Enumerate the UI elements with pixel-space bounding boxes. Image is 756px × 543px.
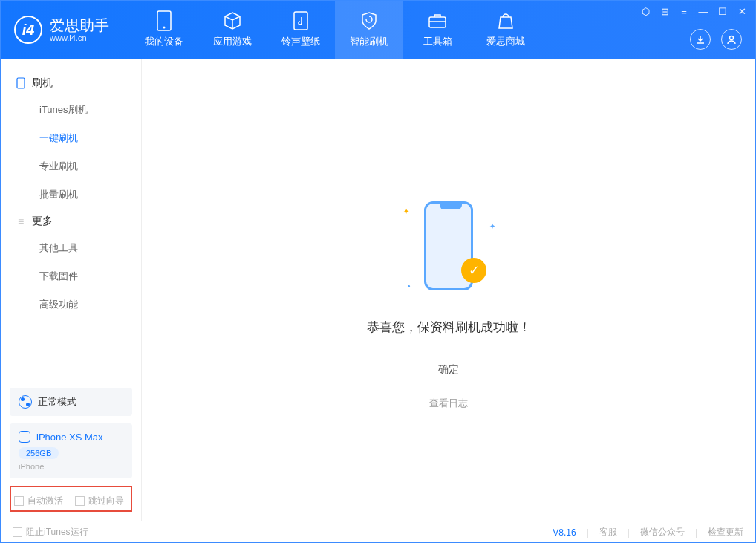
- app-subtitle: www.i4.cn: [50, 33, 109, 42]
- footer-link-support[interactable]: 客服: [599, 526, 617, 539]
- sidebar-section-more: ≡ 更多: [1, 209, 141, 234]
- device-card[interactable]: iPhone XS Max 256GB iPhone: [10, 423, 132, 478]
- checkbox-icon: [13, 527, 22, 537]
- menu-icon[interactable]: ≡: [678, 5, 690, 17]
- logo-icon: i4: [14, 16, 42, 44]
- sidebar: 刷机 iTunes刷机 一键刷机 专业刷机 批量刷机 ≡ 更多 其他工具 下载固…: [1, 59, 142, 521]
- minimize-button[interactable]: —: [697, 5, 709, 17]
- sidebar-item-advanced[interactable]: 高级功能: [1, 290, 141, 319]
- device-type: iPhone: [19, 462, 123, 471]
- footer: 阻止iTunes运行 V8.16 | 客服 | 微信公众号 | 检查更新: [1, 521, 755, 543]
- svg-point-1: [163, 27, 166, 29]
- svg-rect-3: [429, 17, 446, 27]
- main-content: ✦ ✦ • ✓ 恭喜您，保资料刷机成功啦！ 确定 查看日志: [142, 59, 755, 521]
- sidebar-item-itunes-flash[interactable]: iTunes刷机: [1, 96, 141, 124]
- user-button[interactable]: [721, 29, 742, 50]
- app-header: i4 爱思助手 www.i4.cn 我的设备 应用游戏 铃声壁纸 智能刷机 工具…: [1, 1, 755, 59]
- header-right-buttons: [690, 29, 742, 50]
- shirt-icon[interactable]: ⬡: [639, 5, 651, 17]
- sidebar-item-pro-flash[interactable]: 专业刷机: [1, 152, 141, 181]
- highlighted-options: 自动激活 跳过向导: [10, 486, 132, 512]
- nav-label: 爱思商城: [486, 35, 525, 48]
- checkbox-icon: [14, 496, 24, 506]
- lock-icon[interactable]: ⊟: [659, 5, 671, 17]
- device-name: iPhone XS Max: [36, 432, 103, 443]
- checkbox-auto-activate[interactable]: 自动激活: [14, 495, 63, 507]
- nav-my-device[interactable]: 我的设备: [130, 1, 198, 59]
- check-badge-icon: ✓: [461, 258, 486, 283]
- sidebar-item-download-fw[interactable]: 下载固件: [1, 262, 141, 290]
- nav-toolbox[interactable]: 工具箱: [403, 1, 472, 59]
- version-label: V8.16: [553, 527, 576, 538]
- svg-point-4: [730, 36, 734, 40]
- nav-smart-flash[interactable]: 智能刷机: [335, 1, 403, 59]
- sparkle-icon: ✦: [489, 222, 495, 230]
- nav-tabs: 我的设备 应用游戏 铃声壁纸 智能刷机 工具箱 爱思商城: [130, 1, 540, 59]
- nav-ringtones[interactable]: 铃声壁纸: [267, 1, 335, 59]
- footer-link-wechat[interactable]: 微信公众号: [640, 526, 685, 539]
- checkbox-icon: [75, 496, 85, 506]
- svg-rect-2: [294, 12, 307, 30]
- mode-label: 正常模式: [38, 395, 76, 409]
- app-title: 爱思助手: [50, 17, 109, 33]
- sidebar-item-other-tools[interactable]: 其他工具: [1, 234, 141, 262]
- success-illustration: ✦ ✦ • ✓: [400, 200, 497, 296]
- svg-rect-5: [17, 78, 25, 88]
- phone-icon: [16, 78, 26, 88]
- toolbox-icon: [428, 11, 447, 30]
- checkbox-block-itunes[interactable]: 阻止iTunes运行: [13, 526, 88, 539]
- mode-icon: [19, 395, 32, 409]
- footer-link-update[interactable]: 检查更新: [708, 526, 743, 539]
- logo-area: i4 爱思助手 www.i4.cn: [1, 16, 123, 44]
- nav-label: 应用游戏: [213, 35, 252, 48]
- nav-label: 智能刷机: [350, 35, 388, 48]
- view-log-link[interactable]: 查看日志: [429, 397, 468, 410]
- close-button[interactable]: ✕: [736, 5, 748, 17]
- device-icon: [19, 431, 30, 443]
- nav-label: 我的设备: [145, 35, 183, 48]
- sidebar-item-batch-flash[interactable]: 批量刷机: [1, 181, 141, 209]
- maximize-button[interactable]: ☐: [717, 5, 729, 17]
- music-file-icon: [291, 11, 310, 30]
- bag-icon: [496, 11, 515, 30]
- sparkle-icon: •: [408, 282, 411, 290]
- mode-card[interactable]: 正常模式: [10, 388, 132, 416]
- nav-label: 铃声壁纸: [281, 35, 320, 48]
- sidebar-item-oneclick-flash[interactable]: 一键刷机: [1, 124, 141, 152]
- cube-icon: [223, 11, 242, 30]
- sidebar-section-flash: 刷机: [1, 71, 141, 96]
- device-capacity: 256GB: [19, 447, 59, 459]
- success-message: 恭喜您，保资料刷机成功啦！: [367, 319, 531, 336]
- ok-button[interactable]: 确定: [408, 357, 489, 383]
- shield-icon: [359, 11, 379, 30]
- list-icon: ≡: [16, 216, 26, 227]
- checkbox-skip-guide[interactable]: 跳过向导: [75, 495, 124, 507]
- window-controls: ⬡ ⊟ ≡ — ☐ ✕: [639, 5, 748, 17]
- device-icon: [154, 11, 174, 30]
- nav-store[interactable]: 爱思商城: [472, 1, 540, 59]
- nav-apps-games[interactable]: 应用游戏: [198, 1, 267, 59]
- nav-label: 工具箱: [423, 35, 452, 48]
- sparkle-icon: ✦: [403, 207, 409, 215]
- download-button[interactable]: [690, 29, 711, 50]
